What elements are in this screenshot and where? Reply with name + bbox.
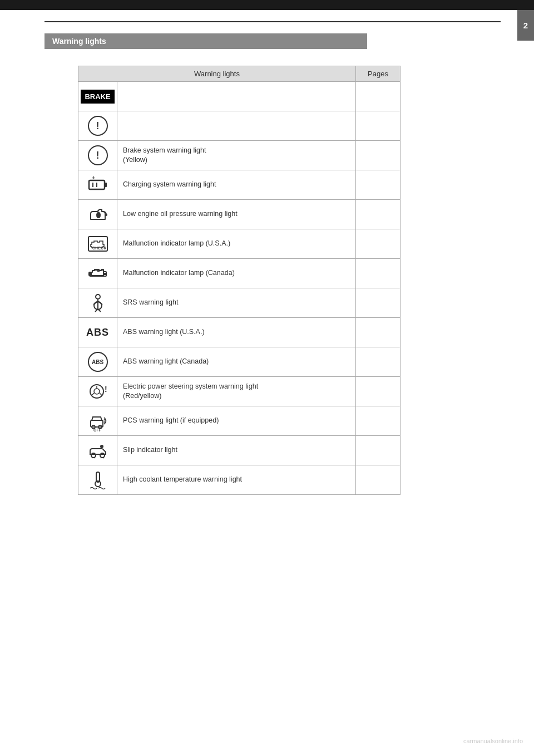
section-header: Warning lights xyxy=(44,33,367,49)
oil-icon-cell xyxy=(78,200,117,229)
svg-text:+: + xyxy=(92,175,95,181)
eps-pages xyxy=(355,377,400,406)
top-border xyxy=(0,0,534,10)
brake-text-description xyxy=(117,82,355,111)
slip-pages xyxy=(355,436,400,465)
table-row: OFF PCS warning light (if equipped) xyxy=(78,406,400,436)
header-title: Warning lights xyxy=(52,37,106,46)
slip-description: Slip indicator light xyxy=(117,436,355,465)
table-row: Malfunction indicator lamp (Canada) xyxy=(78,259,400,288)
warning-lights-table: Warning lights Pages BRAKE ! xyxy=(78,66,400,495)
abs-usa-pages xyxy=(355,318,400,347)
oil-pages xyxy=(355,200,400,229)
svg-point-19 xyxy=(94,389,100,394)
abs-canada-description: ABS warning light (Canada) xyxy=(117,347,355,376)
malfunction-usa-icon-cell: CHECK xyxy=(78,229,117,258)
table-row: BRAKE xyxy=(78,82,400,111)
brake-red-icon-cell: ! xyxy=(78,111,117,140)
eps-description: Electric power steering system warning l… xyxy=(117,377,355,406)
malfunction-canada-description: Malfunction indicator lamp (Canada) xyxy=(117,259,355,288)
svg-line-22 xyxy=(100,393,102,395)
coolant-icon xyxy=(87,469,108,490)
brake-yellow-icon: ! xyxy=(88,145,108,165)
pcs-icon: OFF xyxy=(87,410,108,431)
eps-icon: ! xyxy=(87,381,108,402)
svg-text:OFF: OFF xyxy=(93,428,102,431)
table-row: + Charging system warning light xyxy=(78,170,400,200)
abs-canada-pages xyxy=(355,347,400,376)
oil-description: Low engine oil pressure warning light xyxy=(117,200,355,229)
oil-pressure-icon xyxy=(87,204,108,225)
charging-pages xyxy=(355,170,400,199)
content-area: 2 Warning lights Warning lights Pages BR… xyxy=(0,10,534,528)
table-row: CHECK Malfunction indicator lamp (U.S.A.… xyxy=(78,229,400,259)
srs-icon xyxy=(87,292,108,313)
svg-line-21 xyxy=(92,393,94,395)
malfunction-canada-icon-cell xyxy=(78,259,117,288)
table-row: Slip indicator light xyxy=(78,436,400,465)
svg-point-5 xyxy=(105,214,107,216)
malfunction-usa-icon: CHECK xyxy=(87,233,108,254)
watermark: carmanualsonline.info xyxy=(463,737,523,745)
brake-text-icon-cell: BRAKE xyxy=(78,82,117,111)
col-warning-lights-header: Warning lights xyxy=(78,66,355,81)
charging-icon-cell: + xyxy=(78,170,117,199)
malfunction-canada-icon xyxy=(87,263,108,284)
srs-pages xyxy=(355,288,400,317)
table-row: ! Brake system warning light(Yellow) xyxy=(78,141,400,170)
watermark-text: carmanualsonline.info xyxy=(463,738,523,744)
abs-canada-icon-cell: ABS xyxy=(78,347,117,376)
srs-icon-cell xyxy=(78,288,117,317)
brake-yellow-icon-cell: ! xyxy=(78,141,117,170)
svg-point-10 xyxy=(96,294,100,299)
brake-red-pages xyxy=(355,111,400,140)
table-row: Low engine oil pressure warning light xyxy=(78,200,400,229)
table-row: ABS ABS warning light (U.S.A.) xyxy=(78,318,400,347)
malfunction-canada-pages xyxy=(355,259,400,288)
table-row: ! Electric power steering system warning… xyxy=(78,377,400,406)
charging-icon: + xyxy=(87,174,108,195)
table-row: SRS warning light xyxy=(78,288,400,318)
pcs-icon-cell: OFF xyxy=(78,406,117,435)
abs-usa-icon: ABS xyxy=(86,327,109,338)
brake-text-pages xyxy=(355,82,400,111)
brake-text-icon: BRAKE xyxy=(81,90,114,104)
page-container: 2 Warning lights Warning lights Pages BR… xyxy=(0,0,534,756)
srs-description: SRS warning light xyxy=(117,288,355,317)
malfunction-usa-pages xyxy=(355,229,400,258)
brake-yellow-description: Brake system warning light(Yellow) xyxy=(117,141,355,170)
section-number: 2 xyxy=(523,21,528,30)
brake-red-description xyxy=(117,111,355,140)
coolant-icon-cell xyxy=(78,465,117,494)
svg-text:!: ! xyxy=(105,385,107,394)
abs-canada-icon: ABS xyxy=(88,352,108,372)
charging-description: Charging system warning light xyxy=(117,170,355,199)
slip-icon-cell xyxy=(78,436,117,465)
pcs-pages xyxy=(355,406,400,435)
abs-usa-icon-cell: ABS xyxy=(78,318,117,347)
svg-rect-1 xyxy=(105,183,107,187)
section-tab: 2 xyxy=(517,10,534,41)
table-row: High coolant temperature warning light xyxy=(78,465,400,495)
svg-text:CHECK: CHECK xyxy=(92,246,107,250)
brake-yellow-pages xyxy=(355,141,400,170)
table-row: ABS ABS warning light (Canada) xyxy=(78,347,400,377)
abs-usa-description: ABS warning light (U.S.A.) xyxy=(117,318,355,347)
coolant-description: High coolant temperature warning light xyxy=(117,465,355,494)
table-header: Warning lights Pages xyxy=(78,66,400,82)
malfunction-usa-description: Malfunction indicator lamp (U.S.A.) xyxy=(117,229,355,258)
table-row: ! xyxy=(78,111,400,141)
pcs-description: PCS warning light (if equipped) xyxy=(117,406,355,435)
eps-icon-cell: ! xyxy=(78,377,117,406)
brake-red-icon: ! xyxy=(88,116,108,136)
top-rule xyxy=(44,21,501,22)
col-pages-header: Pages xyxy=(355,66,400,81)
coolant-pages xyxy=(355,465,400,494)
slip-icon xyxy=(87,440,108,461)
